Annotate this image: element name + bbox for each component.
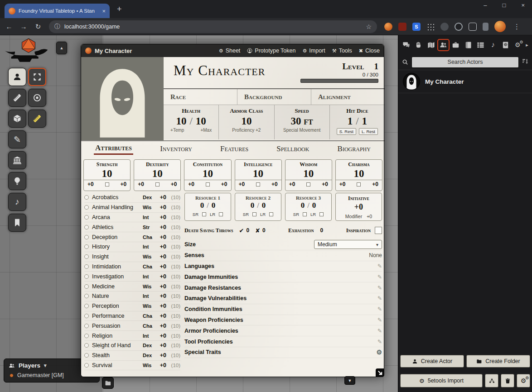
control-measure[interactable] [8, 89, 26, 107]
skill-row[interactable]: PerceptionWis+0(10) [84, 301, 180, 311]
skill-proficiency-radio[interactable] [84, 274, 89, 279]
skill-row[interactable]: DeceptionCha+0(10) [84, 232, 180, 242]
edit-icon[interactable]: ✎ [377, 274, 382, 280]
edit-icon[interactable]: ✎ [377, 328, 382, 334]
edit-icon[interactable]: ✎ [377, 295, 382, 301]
skill-row[interactable]: SurvivalWis+0(10) [84, 361, 180, 371]
delete-button[interactable] [501, 374, 514, 387]
tab-biography[interactable]: Biography [336, 144, 372, 154]
skill-proficiency-radio[interactable] [84, 353, 89, 358]
edit-icon[interactable]: ✎ [377, 339, 382, 345]
tool-select[interactable] [28, 68, 46, 86]
actor-avatar[interactable] [403, 73, 420, 90]
save-proficiency-checkbox[interactable] [256, 182, 260, 186]
sheet-config-button[interactable]: ⚙ Sheet [219, 48, 241, 54]
skill-proficiency-radio[interactable] [84, 225, 89, 229]
level-value[interactable]: 1 [374, 62, 379, 72]
skill-proficiency-radio[interactable] [84, 324, 89, 328]
skill-row[interactable]: ArcanaInt+0(10) [84, 213, 180, 223]
initiative-modifier-value[interactable]: +0 [367, 214, 372, 219]
minimize-button[interactable]: – [484, 2, 487, 9]
skill-name[interactable]: Deception [92, 234, 143, 240]
skill-row[interactable]: HistoryInt+0(10) [84, 242, 180, 252]
sidebar-collapse-icon[interactable]: ▸ [524, 42, 530, 48]
extension-icon-6[interactable] [455, 23, 463, 31]
death-failure-icon[interactable]: ✘ [255, 227, 260, 234]
sidebar-tab-scenes[interactable] [425, 35, 437, 54]
hp-current[interactable]: 10 [176, 115, 186, 127]
sidebar-tab-chat[interactable] [400, 35, 412, 54]
initiative-box[interactable]: Initiative+0Modifier+0 [335, 193, 382, 221]
ability-score[interactable]: 10 [84, 168, 130, 180]
skill-row[interactable]: NatureInt+0(10) [84, 292, 180, 301]
skill-proficiency-radio[interactable] [84, 195, 89, 200]
hp-tempmax-label[interactable]: +Max [200, 128, 212, 133]
5etools-import-button[interactable]: ⚙ 5etools Import [400, 374, 483, 387]
skill-name[interactable]: Athletics [92, 224, 143, 230]
new-tab-button[interactable]: + [117, 5, 122, 14]
browser-tab[interactable]: Foundry Virtual Tabletop • A Stan × [5, 4, 110, 18]
senses-value[interactable]: None [369, 252, 382, 258]
character-name-input[interactable]: My Character [174, 62, 300, 88]
control-drawings[interactable]: ✎ [8, 130, 26, 148]
skill-name[interactable]: Medicine [92, 283, 143, 290]
skill-row[interactable]: Sleight of HandDex+0(10) [84, 341, 180, 351]
sidebar-tab-playlists[interactable]: ♪ [487, 35, 499, 54]
skill-proficiency-radio[interactable] [84, 314, 89, 318]
skill-row[interactable]: AcrobaticsDex+0(10) [84, 193, 180, 203]
speed-value[interactable]: 30 ft [275, 115, 329, 127]
extension-icon-3[interactable]: S [412, 23, 421, 31]
skill-row[interactable]: InsightWis+0(10) [84, 252, 180, 262]
save-proficiency-checkbox[interactable] [357, 182, 361, 186]
skill-proficiency-radio[interactable] [84, 235, 89, 239]
sr-checkbox[interactable] [202, 212, 206, 216]
extension-icon-7[interactable] [469, 23, 477, 31]
background-field[interactable]: Background [237, 89, 311, 105]
maximize-button[interactable]: □ [503, 2, 506, 9]
close-window-button[interactable]: × [521, 2, 525, 9]
site-info-icon[interactable]: ⓘ [54, 23, 60, 31]
extension-icon-4[interactable] [426, 23, 435, 31]
save-proficiency-checkbox[interactable] [206, 182, 210, 186]
special-movement-label[interactable]: Special Movement [275, 128, 329, 133]
resource-value[interactable]: 0 [200, 201, 204, 210]
ac-value[interactable]: 10 [219, 115, 274, 127]
skill-name[interactable]: Acrobatics [92, 194, 143, 201]
sidebar-tab-journal[interactable] [462, 35, 474, 54]
tool-target[interactable] [28, 89, 46, 107]
lr-checkbox[interactable] [269, 212, 273, 216]
skill-proficiency-radio[interactable] [84, 294, 89, 298]
sidebar-tab-compendium[interactable] [499, 35, 511, 54]
skill-proficiency-radio[interactable] [84, 304, 89, 308]
ability-block-constitution[interactable]: Constitution10+0+0 [184, 159, 231, 191]
extension-icon-8[interactable] [483, 23, 488, 31]
xp-text[interactable]: 0 / 300 [300, 72, 378, 77]
tool-ruler[interactable] [28, 110, 46, 128]
ability-score[interactable]: 10 [285, 168, 332, 180]
extension-icon-1[interactable] [384, 23, 392, 31]
skill-name[interactable]: Stealth [92, 352, 143, 359]
ability-score[interactable]: 10 [336, 168, 382, 180]
sheet-titlebar[interactable]: My Character ⚙ Sheet Prototype Token ⚙ I… [81, 44, 384, 57]
size-select[interactable]: Medium▾ [314, 240, 382, 249]
sr-checkbox[interactable] [303, 212, 307, 216]
ability-block-charisma[interactable]: Charisma10+0+0 [335, 159, 382, 191]
sort-icon[interactable] [522, 58, 528, 66]
bookmark-star-icon[interactable]: ☆ [366, 23, 372, 30]
exhaustion-value[interactable]: 0 [320, 227, 324, 234]
edit-icon[interactable]: ✎ [377, 285, 382, 291]
create-actor-button[interactable]: Create Actor [400, 355, 464, 368]
inspiration-checkbox[interactable] [375, 227, 382, 234]
skill-row[interactable]: ReligionInt+0(10) [84, 331, 180, 341]
initiative-value[interactable]: +0 [336, 202, 382, 212]
hp-max[interactable]: 10 [196, 115, 206, 127]
skill-name[interactable]: History [92, 244, 143, 250]
resource-value[interactable]: 0 [301, 201, 305, 210]
skill-name[interactable]: Survival [92, 362, 143, 368]
edit-icon[interactable]: ✎ [377, 317, 382, 323]
edit-icon[interactable]: ✎ [377, 263, 382, 269]
skill-name[interactable]: Intimidation [92, 263, 143, 270]
tab-spellbook[interactable]: Spellbook [275, 144, 310, 154]
window-resize-handle[interactable] [376, 368, 384, 377]
resource-value[interactable]: 0 [251, 201, 255, 210]
